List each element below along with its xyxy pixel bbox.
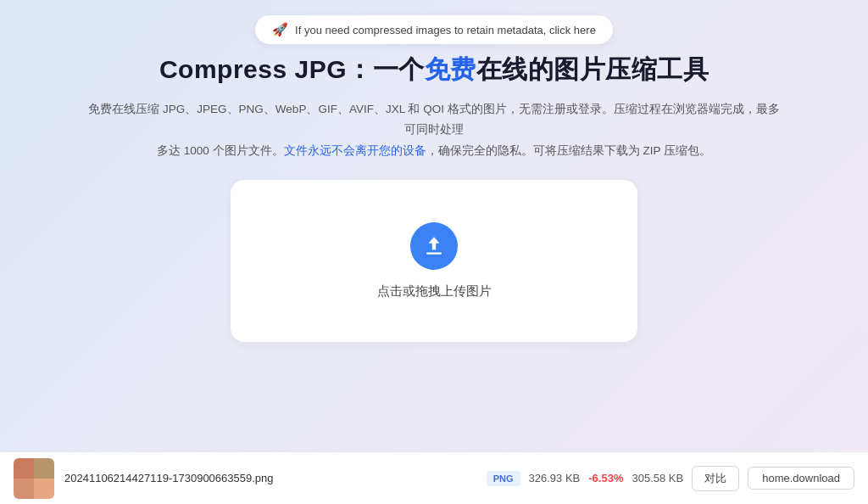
file-reduction-percent: -6.53% (588, 472, 623, 484)
rocket-icon: 🚀 (272, 22, 288, 37)
title-prefix: Compress JPG：一个 (159, 55, 425, 83)
upload-icon (423, 235, 445, 257)
file-compressed-size: 305.58 KB (632, 472, 683, 484)
notification-text: If you need compressed images to retain … (295, 24, 596, 36)
file-original-size: 326.93 KB (529, 472, 581, 484)
compare-button[interactable]: 对比 (692, 466, 739, 491)
file-bar: 20241106214427119-1730900663559.png PNG … (0, 451, 868, 504)
file-meta: PNG 326.93 KB -6.53% 305.58 KB 对比 home.d… (487, 466, 854, 491)
file-thumbnail (14, 458, 54, 499)
desc-privacy-link[interactable]: 文件永远不会离开您的设备 (284, 144, 426, 157)
description-text: 免费在线压缩 JPG、JPEG、PNG、WebP、GIF、AVIF、JXL 和 … (86, 99, 782, 161)
desc-line1: 免费在线压缩 JPG、JPEG、PNG、WebP、GIF、AVIF、JXL 和 … (88, 103, 779, 136)
format-badge: PNG (487, 471, 520, 486)
notification-bar: 🚀 If you need compressed images to retai… (0, 0, 868, 53)
title-suffix: 在线的图片压缩工具 (476, 55, 709, 83)
desc-line2-part2: ，确保完全的隐私。可将压缩结果下载为 ZIP 压缩包。 (426, 144, 711, 157)
upload-label: 点击或拖拽上传图片 (377, 283, 492, 300)
main-content: Compress JPG：一个免费在线的图片压缩工具 免费在线压缩 JPG、JP… (0, 53, 868, 342)
desc-line2-part1: 多达 1000 个图片文件。 (157, 144, 284, 157)
upload-dropzone[interactable]: 点击或拖拽上传图片 (231, 180, 637, 342)
title-highlight: 免费 (425, 55, 476, 83)
download-button[interactable]: home.download (748, 467, 854, 490)
upload-icon-circle (410, 222, 458, 270)
notification-pill[interactable]: 🚀 If you need compressed images to retai… (255, 15, 613, 44)
page-title: Compress JPG：一个免费在线的图片压缩工具 (51, 53, 817, 87)
file-name: 20241106214427119-1730900663559.png (64, 472, 476, 484)
